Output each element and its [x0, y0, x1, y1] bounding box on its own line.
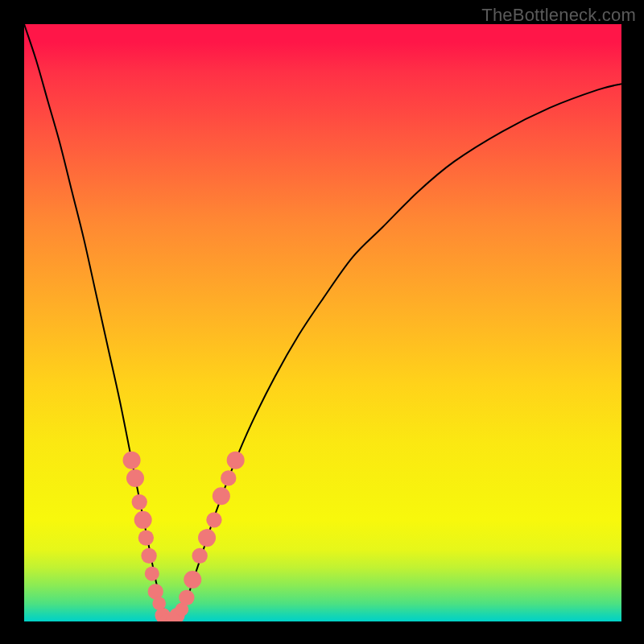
bottleneck-curve	[24, 24, 621, 621]
marker-dot	[198, 529, 216, 547]
marker-dot	[184, 571, 201, 588]
marker-dot	[179, 590, 194, 605]
marker-dot	[227, 452, 245, 469]
marker-dot	[138, 530, 154, 545]
marker-dot	[141, 548, 156, 564]
marker-dot	[206, 512, 221, 527]
plot-area	[24, 24, 621, 621]
marker-dot	[213, 487, 230, 505]
watermark-text: TheBottleneck.com	[481, 5, 636, 26]
marker-dot	[126, 469, 144, 487]
marker-dot	[148, 584, 163, 599]
chart-svg	[24, 24, 621, 621]
marker-dot	[123, 452, 141, 469]
marker-dot	[132, 494, 147, 510]
marker-dot	[192, 548, 207, 564]
marker-dot	[134, 511, 152, 529]
highlight-dots	[123, 452, 245, 621]
marker-dot	[221, 470, 236, 485]
chart-frame: TheBottleneck.com	[0, 0, 644, 644]
marker-dot	[145, 567, 159, 581]
